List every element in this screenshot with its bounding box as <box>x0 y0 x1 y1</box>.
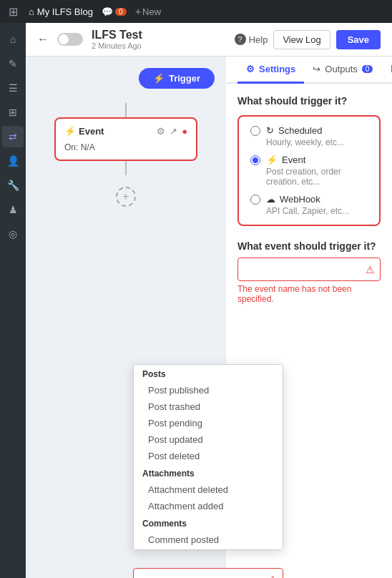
option-event: ⚡ Event Post creation, order creation, e… <box>250 155 368 187</box>
new-label: New <box>142 6 161 17</box>
event-node-title: ⚡ Event <box>64 126 152 137</box>
export-icon[interactable]: ↗ <box>170 126 177 137</box>
event-label[interactable]: ⚡ Event <box>266 155 305 165</box>
dropdown-item-comment-updated[interactable]: Comment updated <box>134 548 283 550</box>
wp-logo: ⊞ <box>6 4 20 19</box>
event-input-question: What event should trigger it? <box>237 240 381 252</box>
bolt-blue-icon: ⚡ <box>64 126 76 137</box>
tab-settings[interactable]: ⚙ Settings <box>237 57 304 84</box>
dropdown-item-comment-posted[interactable]: Comment posted <box>134 532 283 548</box>
settings-tabs: ⚙ Settings ↪ Outputs 0 🖫 ⚠ Errors 1 <box>226 57 392 84</box>
title-group: ILFS Test 2 Minutes Ago <box>92 29 226 50</box>
bottom-event-input[interactable] <box>133 568 283 578</box>
webhook-desc: API Call, Zapier, etc... <box>266 206 368 216</box>
sidebar-item-game[interactable]: ♟ <box>2 199 24 220</box>
scheduled-radio[interactable] <box>250 126 260 136</box>
dropdown-item-post-published[interactable]: Post published <box>134 382 283 398</box>
option-scheduled: ↻ Scheduled Hourly, weekly, etc... <box>250 125 368 147</box>
connector-1 <box>125 103 127 117</box>
scheduled-desc: Hourly, weekly, etc... <box>266 137 368 147</box>
view-log-button[interactable]: View Log <box>273 30 330 49</box>
sidebar-item-flow[interactable]: ⇄ <box>2 126 24 147</box>
trigger-button[interactable]: ⚡ Trigger <box>139 68 215 89</box>
event-error-text: The event name has not been specified. <box>237 284 381 304</box>
dropdown-group-posts: Posts <box>134 365 283 382</box>
header: ← ILFS Test 2 Minutes Ago ? Help View Lo… <box>26 23 392 57</box>
dropdown-item-attachment-deleted[interactable]: Attachment deleted <box>134 481 283 498</box>
cloud-icon: ☁ <box>266 194 275 205</box>
event-dropdown: Posts Post published Post trashed Post p… <box>133 364 283 550</box>
event-node-body: On: N/A <box>64 142 187 152</box>
event-node: ⚡ Event ⚙ ↗ ● On: N/A <box>54 117 197 161</box>
clock-icon: ↻ <box>266 125 274 136</box>
main-layout: ⌂ ✎ ☰ ⊞ ⇄ 👤 🔧 ♟ ◎ ← ILFS Test 2 Minutes … <box>0 23 392 578</box>
sidebar-item-edit[interactable]: ✎ <box>2 53 24 74</box>
sidebar-item-list[interactable]: ☰ <box>2 77 24 99</box>
dropdown-item-attachment-added[interactable]: Attachment added <box>134 498 283 514</box>
event-node-header: ⚡ Event ⚙ ↗ ● <box>64 126 187 137</box>
gear-tab-icon: ⚙ <box>246 64 255 74</box>
trigger-question: What should trigger it? <box>237 95 381 107</box>
add-step-button[interactable]: + <box>116 187 136 207</box>
warning-icon: ⚠ <box>366 264 375 275</box>
question-icon: ? <box>235 34 246 45</box>
page-title: ILFS Test <box>92 29 226 41</box>
event-input-wrapper: ⚠ <box>237 258 381 281</box>
dropdown-item-post-deleted[interactable]: Post deleted <box>134 448 283 464</box>
sidebar-item-grid[interactable]: ⊞ <box>2 102 24 123</box>
tab-outputs[interactable]: ↪ Outputs 0 <box>304 57 381 84</box>
back-button[interactable]: ← <box>37 33 49 46</box>
comment-count: 0 <box>115 8 127 16</box>
save-button[interactable]: Save <box>336 30 381 49</box>
comment-icon: 💬 <box>102 6 113 17</box>
bottom-input-wrapper: ⚠ <box>133 568 283 578</box>
scheduled-label[interactable]: ↻ Scheduled <box>266 125 322 136</box>
sidebar: ⌂ ✎ ☰ ⊞ ⇄ 👤 🔧 ♟ ◎ <box>0 23 26 578</box>
sidebar-item-circle[interactable]: ◎ <box>2 223 24 245</box>
event-radio[interactable] <box>250 155 260 165</box>
settings-icon[interactable]: ⚙ <box>157 126 165 137</box>
bolt-icon: ⚡ <box>153 73 165 84</box>
event-input-section: What event should trigger it? ⚠ The even… <box>237 240 381 304</box>
event-desc: Post creation, order creation, etc... <box>266 167 368 187</box>
option-webhook: ☁ WebHook API Call, Zapier, etc... <box>250 194 368 216</box>
node-actions: ⚙ ↗ ● <box>157 126 187 137</box>
dropdown-item-post-trashed[interactable]: Post trashed <box>134 398 283 415</box>
tab-storage[interactable]: 🖫 <box>381 57 392 84</box>
connector-2 <box>125 161 127 175</box>
webhook-label[interactable]: ☁ WebHook <box>266 194 320 205</box>
outputs-tab-icon: ↪ <box>313 64 320 74</box>
webhook-radio[interactable] <box>250 195 260 205</box>
event-name-input[interactable] <box>237 258 381 281</box>
bottom-input-area: ⚠ The event name has not been specified. <box>133 568 283 578</box>
trigger-options-group: ↻ Scheduled Hourly, weekly, etc... ⚡ <box>237 115 381 226</box>
site-name[interactable]: ⌂ My ILFS Blog <box>29 6 93 17</box>
last-saved: 2 Minutes Ago <box>92 41 226 50</box>
bottom-warning-icon: ⚠ <box>268 574 278 579</box>
plus-icon: + <box>135 6 141 17</box>
admin-bar: ⊞ ⌂ My ILFS Blog 💬 0 + New <box>0 0 392 23</box>
help-button[interactable]: ? Help <box>235 34 268 45</box>
dropdown-item-post-updated[interactable]: Post updated <box>134 431 283 448</box>
sidebar-item-user[interactable]: 👤 <box>2 150 24 172</box>
new-menu[interactable]: + New <box>135 6 161 17</box>
house-icon: ⌂ <box>29 6 34 17</box>
header-actions: ? Help View Log Save <box>235 30 381 49</box>
outputs-badge: 0 <box>362 65 373 73</box>
content-area: ← ILFS Test 2 Minutes Ago ? Help View Lo… <box>26 23 392 578</box>
dropdown-item-post-pending[interactable]: Post pending <box>134 415 283 431</box>
comments-link[interactable]: 💬 0 <box>102 6 127 17</box>
dropdown-group-attachments: Attachments <box>134 464 283 481</box>
bolt-event-icon: ⚡ <box>266 155 278 165</box>
sidebar-item-tools[interactable]: 🔧 <box>2 175 24 196</box>
active-toggle[interactable] <box>57 33 83 46</box>
error-icon[interactable]: ● <box>182 126 187 137</box>
dropdown-group-comments: Comments <box>134 514 283 532</box>
sidebar-item-home[interactable]: ⌂ <box>2 29 24 50</box>
canvas-tabs-area: ⚡ Trigger ⚡ Event ⚙ ↗ ● <box>26 57 392 578</box>
